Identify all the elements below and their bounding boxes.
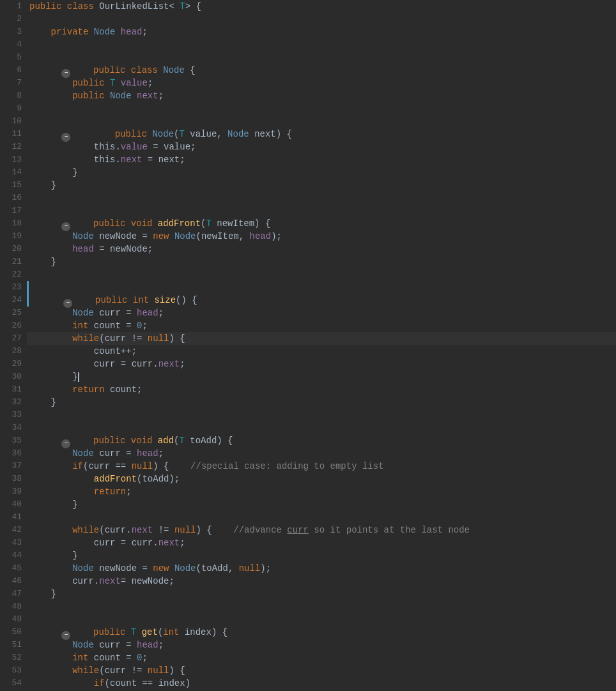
code-line-41: curr.next= newNode; xyxy=(27,575,616,588)
code-line-17: head = newNode; xyxy=(27,243,616,255)
ln-18: 18 xyxy=(5,217,22,230)
ln-8: 8 xyxy=(5,89,22,102)
code-line-47: while(curr != null) { xyxy=(27,664,616,677)
ln-2: 2 xyxy=(5,13,22,26)
ln-50: 50 xyxy=(5,626,22,639)
code-line-22: int count = 0; xyxy=(27,319,616,332)
ln-30: 30 xyxy=(5,370,22,383)
line-numbers: 1 2 3 4 5 6 7 8 9 10 11 12 13 14 15 16 1… xyxy=(0,0,27,691)
code-line-37: while(curr.next != null) { //advance cur… xyxy=(27,524,616,536)
code-line-18: } xyxy=(27,255,616,268)
code-line-29 xyxy=(27,409,616,421)
ln-19: 19 xyxy=(5,230,22,243)
ln-17: 17 xyxy=(5,204,22,217)
ln-32: 32 xyxy=(5,396,22,409)
ln-36: 36 xyxy=(5,447,22,460)
ln-5: 5 xyxy=(5,51,22,64)
code-line-14 xyxy=(27,192,616,204)
code-content: public class OurLinkedList< T> { private… xyxy=(27,0,616,691)
code-line-19 xyxy=(27,268,616,281)
ln-26: 26 xyxy=(5,319,22,332)
code-line-3: private Node head; xyxy=(27,26,616,38)
code-line-24: count++; xyxy=(27,345,616,358)
ln-15: 15 xyxy=(5,179,22,192)
ln-52: 52 xyxy=(5,651,22,664)
code-line-16: Node newNode = new Node(newItem, head); xyxy=(27,230,616,243)
code-line-33: addFront(toAdd); xyxy=(27,473,616,485)
ln-46: 46 xyxy=(5,575,22,588)
code-line-2 xyxy=(27,13,616,26)
ln-43: 43 xyxy=(5,536,22,549)
ln-28: 28 xyxy=(5,345,22,358)
ln-20: 20 xyxy=(5,243,22,255)
ln-11: 11 xyxy=(5,128,22,140)
ln-34: 34 xyxy=(5,421,22,434)
ln-1: 1 xyxy=(5,0,22,13)
ln-25: 25 xyxy=(5,307,22,319)
code-line-7: public Node next; xyxy=(27,89,616,102)
ln-12: 12 xyxy=(5,140,22,153)
code-line-48: if(count == index) xyxy=(27,677,616,690)
ln-9: 9 xyxy=(5,102,22,115)
ln-33: 33 xyxy=(5,409,22,421)
ln-44: 44 xyxy=(5,549,22,562)
code-line-32: if(curr == null) { //special case: addin… xyxy=(27,460,616,473)
ln-14: 14 xyxy=(5,166,22,179)
code-line-13: } xyxy=(27,179,616,192)
ln-37: 37 xyxy=(5,460,22,473)
ln-39: 39 xyxy=(5,485,22,498)
ln-31: 31 xyxy=(5,383,22,396)
code-line-34: return; xyxy=(27,485,616,498)
code-line-35: } xyxy=(27,498,616,511)
ln-45: 45 xyxy=(5,562,22,575)
ln-48: 48 xyxy=(5,600,22,613)
code-editor: 1 2 3 4 5 6 7 8 9 10 11 12 13 14 15 16 1… xyxy=(0,0,616,691)
code-line-1: public class OurLinkedList< T> { xyxy=(27,0,616,13)
code-line-46: int count = 0; xyxy=(27,651,616,664)
ln-7: 7 xyxy=(5,77,22,89)
code-line-10: this.value = value; xyxy=(27,140,616,153)
code-line-31: Node curr = head; xyxy=(27,447,616,460)
ln-27: 27 xyxy=(5,332,22,345)
ln-3: 3 xyxy=(5,26,22,38)
code-line-8 xyxy=(27,102,616,115)
code-line-25: curr = curr.next; xyxy=(27,358,616,370)
ln-6: 6 xyxy=(5,64,22,77)
ln-35: 35 xyxy=(5,434,22,447)
ln-29: 29 xyxy=(5,358,22,370)
ln-51: 51 xyxy=(5,639,22,651)
ln-41: 41 xyxy=(5,511,22,524)
code-line-4 xyxy=(27,38,616,51)
code-line-38: curr = curr.next; xyxy=(27,536,616,549)
ln-47: 47 xyxy=(5,588,22,600)
code-line-26: } xyxy=(27,370,616,383)
code-line-21: Node curr = head; xyxy=(27,307,616,319)
text-cursor xyxy=(78,372,79,382)
code-line-42: } xyxy=(27,588,616,600)
ln-24: 24 xyxy=(5,294,22,307)
code-line-44: − public T get(int index) { xyxy=(27,613,616,639)
code-line-39: } xyxy=(27,549,616,562)
ln-42: 42 xyxy=(5,524,22,536)
code-line-5: − public class Node { xyxy=(27,51,616,77)
code-line-30: − public void add(T toAdd) { xyxy=(27,421,616,447)
code-line-43 xyxy=(27,600,616,613)
ln-40: 40 xyxy=(5,498,22,511)
ln-49: 49 xyxy=(5,613,22,626)
code-line-11: this.next = next; xyxy=(27,153,616,166)
code-line-20: − public int size() { xyxy=(27,281,616,307)
code-line-12: } xyxy=(27,166,616,179)
code-line-40: Node newNode = new Node(toAdd, null); xyxy=(27,562,616,575)
ln-4: 4 xyxy=(5,38,22,51)
ln-21: 21 xyxy=(5,255,22,268)
ln-23: 23 xyxy=(5,281,22,294)
ln-16: 16 xyxy=(5,192,22,204)
code-line-6: public T value; xyxy=(27,77,616,89)
code-line-15: − public void addFront(T newItem) { xyxy=(27,204,616,230)
ln-38: 38 xyxy=(5,473,22,485)
ln-10: 10 xyxy=(5,115,22,128)
ln-22: 22 xyxy=(5,268,22,281)
code-line-27: return count; xyxy=(27,383,616,396)
ln-53: 53 xyxy=(5,664,22,677)
code-line-9: − public Node(T value, Node next) { xyxy=(27,115,616,140)
